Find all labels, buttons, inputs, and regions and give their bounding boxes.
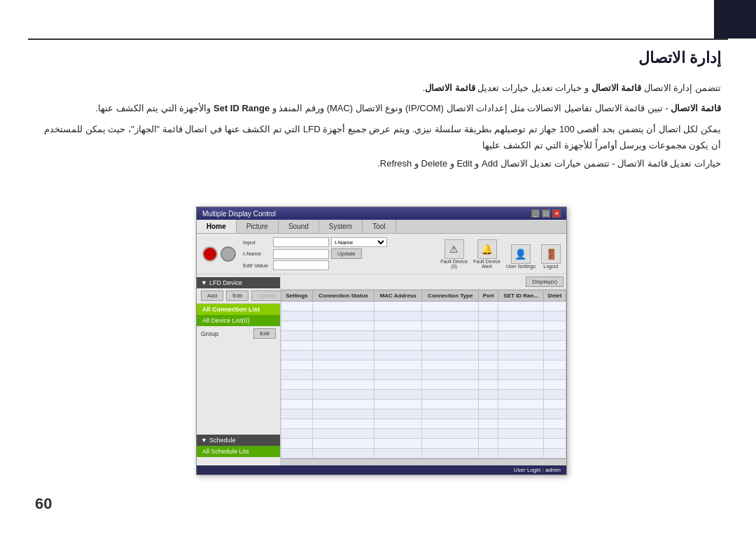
sidebar-all-device[interactable]: All Device List(0) [197,315,280,326]
maximize-button[interactable]: □ [542,209,550,218]
col-mac: MAC Address [374,290,422,302]
window-title: Multiple Display Control [202,210,276,218]
bold-edit: Edit [456,158,472,169]
device-list-area [197,341,280,432]
bold-delete: Delete [421,158,448,169]
col-delete: Delet [544,290,566,302]
minimize-button[interactable]: _ [531,209,540,218]
table-row [281,400,566,409]
tab-picture[interactable]: Picture [237,220,279,233]
titlebar-buttons: _ □ ✕ [531,209,561,218]
group-edit-button[interactable]: Edit [253,328,276,339]
schedule-section: ▼ Schedule All Schedule List [197,435,280,457]
schedule-label: Schedule [209,437,236,444]
input-group: Input I-Name I-Name Update Edit Value [243,237,387,270]
input-row-1: Input I-Name [243,237,387,247]
connection-table: Settings Connection Status MAC Address C… [281,290,566,458]
fault-alert-img: 🔔 [477,239,497,259]
right-accent [714,0,756,38]
tab-home[interactable]: Home [197,220,237,233]
fault-alert-icon[interactable]: 🔔 Fault DeviceAlert [473,239,500,269]
horizontal-scrollbar[interactable] [281,458,566,465]
sw-body: ▼ LFD Device Add Edit Update All Connect… [197,274,566,465]
col-set-id: SET ID Ran... [498,290,544,302]
sidebar-schedule-list[interactable]: All Schedule List [197,446,280,457]
table-row [281,321,566,331]
update-button[interactable]: Update [331,248,362,259]
right-panel: Display(x) Settings Connection Status MA… [281,274,566,465]
input-label-3: Edit Value [243,262,271,269]
bold-add: Add [482,158,498,169]
user-settings-label: User Settings [506,264,536,269]
table-row [281,302,566,311]
paragraph-1: تتضمن إدارة الاتصال قائمة الاتصال و خيار… [35,80,721,96]
paragraph-3: يمكن لكل اتصال أن يتضمن بحد أقصى 100 جها… [35,121,721,154]
table-row [281,311,566,321]
software-window: Multiple Display Control _ □ ✕ Home Pict… [196,206,567,475]
table-row [281,390,566,400]
table-row [281,429,566,439]
bold-2: قائمة الاتصال [425,83,475,93]
bold-1: قائمة الاتصال [592,83,642,93]
fault-alert-label: Fault DeviceAlert [473,259,500,269]
top-input-section: Input I-Name I-Name Update Edit Value ⚠ [197,234,566,274]
close-button[interactable]: ✕ [552,209,561,218]
logout-label: Logout [543,264,558,269]
table-row [281,370,566,380]
lfd-label: LFD Device [209,279,242,286]
table-row [281,360,566,370]
table-row [281,331,566,341]
table-row [281,449,566,458]
input-row-2: I-Name Update [243,248,387,259]
sidebar-all-connection[interactable]: All Connection List [197,304,280,315]
lfd-toolbar: Add Edit Update [197,288,280,304]
lfd-section-header: ▼ LFD Device [197,277,280,288]
table-row [281,380,566,390]
bold-4: Set ID Range [214,103,270,113]
user-settings-icon[interactable]: 👤 User Settings [506,244,536,269]
sidebar: ▼ LFD Device Add Edit Update All Connect… [197,274,281,465]
display-button[interactable]: Display(x) [526,276,564,287]
logout-img: 🚪 [541,244,561,264]
input-combo-1[interactable]: I-Name [331,237,387,247]
input-field-3[interactable] [273,260,329,270]
input-field-1[interactable] [273,237,329,247]
fault-device-label: Fault Device(0) [440,259,468,269]
bold-refresh: Refresh [380,158,412,169]
update-lfd-button[interactable]: Update [251,290,282,301]
tab-tool[interactable]: Tool [363,220,396,233]
power-button[interactable] [202,246,218,262]
table-row [281,409,566,419]
paragraph-2: قائمة الاتصال - تبين قائمة الاتصال تفاصي… [35,100,721,116]
col-settings: Settings [281,290,313,302]
tab-system[interactable]: System [319,220,363,233]
fault-device-icon[interactable]: ⚠ Fault Device(0) [440,239,468,269]
add-button[interactable]: Add [201,290,223,301]
page-title: إدارة الاتصال [35,49,721,67]
table-row [281,419,566,429]
col-connection-type: Connection Type [422,290,479,302]
input-label-1: Input [243,239,271,246]
screenshot-container: Multiple Display Control _ □ ✕ Home Pict… [196,206,567,475]
bold-3: قائمة الاتصال [671,103,721,113]
tab-sound[interactable]: Sound [279,220,319,233]
sidebar-group-row: Group Edit [197,326,280,341]
edit-button[interactable]: Edit [226,290,248,301]
table-row [281,341,566,351]
bold-5: خيارات تعديل قائمة الاتصال [617,158,721,169]
input-field-2[interactable] [273,249,329,259]
titlebar: Multiple Display Control _ □ ✕ [197,207,566,220]
fault-device-img: ⚠ [444,239,464,259]
group-label: Group [201,330,253,337]
user-settings-img: 👤 [511,244,531,264]
lfd-arrow: ▼ [201,279,207,286]
paragraph-4: خيارات تعديل قائمة الاتصال - تتضمن خيارا… [35,158,721,169]
standby-button[interactable] [220,246,236,262]
top-border [28,38,728,40]
input-row-3: Edit Value [243,260,387,270]
table-row [281,351,566,360]
status-bar: User Login : admin [197,465,566,475]
schedule-header: ▼ Schedule [197,435,280,446]
logout-icon[interactable]: 🚪 Logout [541,244,561,269]
input-label-2: I-Name [243,251,271,257]
